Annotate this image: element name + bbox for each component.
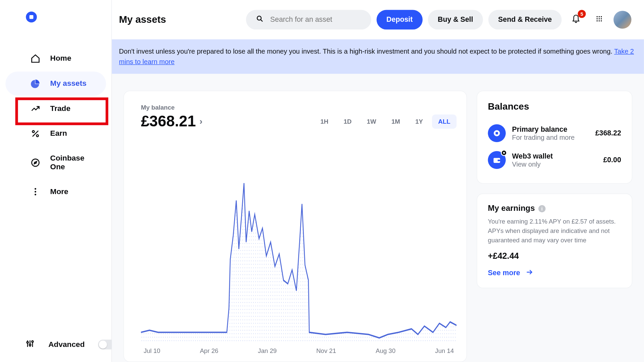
chevron-right-icon: › [200, 116, 203, 127]
sidebar-label: Earn [50, 129, 67, 138]
sidebar-label: Coinbase One [50, 154, 96, 172]
earnings-title-text: My earnings [488, 204, 535, 213]
balance-chart-card: My balance £368.21 › 1H1D1W1M1YALL [123, 91, 467, 362]
notifications-button[interactable]: 5 [567, 11, 585, 28]
range-tab-all[interactable]: ALL [432, 114, 457, 129]
page-title: My assets [119, 14, 166, 25]
earnings-amount: +£42.44 [488, 251, 621, 261]
header: My assets Deposit Buy & Sell Send & Rece… [112, 0, 644, 39]
coinbase-logo[interactable] [25, 11, 111, 25]
earnings-card: My earnings i You're earning 2.11% APY o… [477, 193, 632, 288]
avatar[interactable] [613, 11, 631, 28]
dots-icon [31, 187, 40, 196]
deposit-button[interactable]: Deposit [377, 10, 423, 29]
svg-point-22 [601, 18, 602, 19]
sidebar: Home My assets Trade Earn Coinbase One M… [0, 0, 112, 362]
banner-text: Don't invest unless you're prepared to l… [119, 47, 614, 55]
home-icon [31, 54, 40, 63]
grid-icon [596, 15, 603, 24]
range-tab-1y[interactable]: 1Y [409, 114, 429, 129]
sidebar-label: Trade [50, 104, 70, 113]
see-more-text: See more [488, 269, 520, 277]
trend-icon [31, 104, 40, 113]
search-box[interactable] [246, 10, 371, 29]
svg-point-6 [35, 188, 36, 190]
percent-icon [31, 129, 40, 138]
range-tab-1w[interactable]: 1W [361, 114, 382, 129]
svg-point-24 [599, 20, 600, 22]
balance-value-button[interactable]: £368.21 › [141, 113, 202, 130]
svg-rect-31 [498, 160, 500, 161]
x-label: Nov 21 [316, 347, 336, 354]
x-label: Aug 30 [376, 347, 395, 354]
balances-title: Balances [488, 101, 621, 112]
x-label: Jun 14 [435, 347, 454, 354]
svg-line-16 [261, 20, 263, 21]
svg-point-19 [601, 16, 602, 17]
svg-point-20 [596, 18, 598, 19]
apps-button[interactable] [590, 11, 608, 28]
balances-card: Balances Primary balance For trading and… [477, 91, 632, 184]
info-icon[interactable]: i [538, 205, 545, 212]
balance-item-primary[interactable]: Primary balance For trading and more £36… [488, 120, 621, 146]
svg-rect-29 [496, 132, 498, 134]
notification-badge: 5 [578, 10, 586, 18]
chart-x-labels: Jul 10Apr 26Jan 29Nov 21Aug 30Jun 14 [141, 343, 457, 356]
balance-item-sub: For trading and more [512, 133, 589, 141]
svg-point-3 [32, 131, 34, 133]
sidebar-label: More [50, 187, 68, 196]
advanced-label: Advanced [48, 340, 85, 349]
earnings-desc: You're earning 2.11% APY on £2.57 of ass… [488, 217, 621, 245]
balance-value-text: £368.21 [141, 113, 196, 130]
svg-point-12 [29, 344, 31, 346]
sidebar-label: My assets [50, 79, 87, 88]
search-input[interactable] [270, 16, 362, 24]
compass-icon [31, 158, 40, 168]
see-more-link[interactable]: See more [488, 268, 621, 278]
x-label: Jan 29 [258, 347, 277, 354]
balance-item-name: Primary balance [512, 125, 589, 133]
sidebar-item-home[interactable]: Home [5, 47, 106, 71]
main-content: My assets Deposit Buy & Sell Send & Rece… [112, 0, 644, 362]
balance-item-name: Web3 wallet [512, 152, 597, 160]
balance-label: My balance [141, 104, 457, 111]
svg-point-14 [32, 341, 33, 343]
svg-point-18 [599, 16, 600, 17]
svg-point-4 [37, 135, 39, 137]
svg-point-25 [601, 20, 602, 22]
arrow-right-icon [526, 268, 534, 278]
balance-item-web3[interactable]: Web3 wallet View only £0.00 [488, 146, 621, 173]
range-tab-1m[interactable]: 1M [385, 114, 406, 129]
sidebar-item-trade[interactable]: Trade [5, 97, 106, 121]
svg-rect-1 [30, 15, 34, 19]
x-label: Apr 26 [200, 347, 218, 354]
risk-banner: Don't invest unless you're prepared to l… [112, 39, 644, 74]
range-tab-1d[interactable]: 1D [337, 114, 358, 129]
sliders-icon [25, 339, 35, 351]
balance-item-sub: View only [512, 160, 597, 168]
pie-icon [31, 79, 40, 88]
range-tabs: 1H1D1W1M1YALL [314, 114, 457, 129]
svg-point-23 [596, 20, 598, 22]
svg-line-2 [33, 131, 38, 136]
search-icon [256, 15, 264, 24]
x-label: Jul 10 [144, 347, 160, 354]
svg-point-17 [596, 16, 598, 17]
send-receive-button[interactable]: Send & Receive [488, 10, 562, 29]
sidebar-label: Home [50, 54, 71, 63]
sidebar-item-more[interactable]: More [5, 180, 106, 204]
buy-sell-button[interactable]: Buy & Sell [428, 10, 483, 29]
sidebar-item-coinbase-one[interactable]: Coinbase One [5, 146, 106, 179]
coinbase-icon [488, 124, 506, 142]
sidebar-item-earn[interactable]: Earn [5, 122, 106, 146]
range-tab-1h[interactable]: 1H [314, 114, 335, 129]
wallet-icon [488, 151, 506, 169]
advanced-toggle-row: Advanced [25, 339, 116, 351]
svg-point-21 [599, 18, 600, 19]
balance-item-amount: £368.22 [595, 129, 621, 137]
chart-area[interactable] [141, 134, 457, 343]
svg-point-8 [35, 194, 36, 195]
sidebar-item-my-assets[interactable]: My assets [5, 71, 106, 96]
svg-point-10 [27, 342, 29, 343]
svg-point-15 [257, 16, 261, 20]
